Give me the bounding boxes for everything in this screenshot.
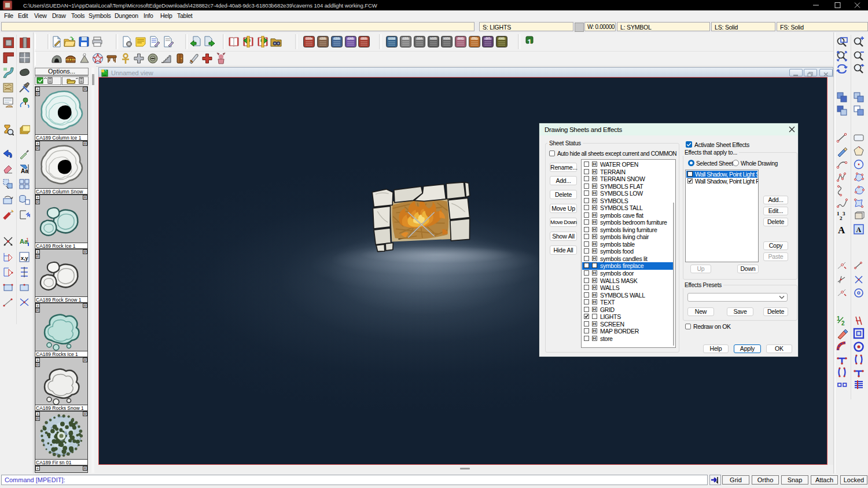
svg-text:1: 1 [527,38,531,46]
svg-text:DD3: DD3 [361,37,366,40]
svg-text:Aa: Aa [21,168,28,174]
svg-text:CD3: CD3 [403,37,408,40]
svg-text:A: A [856,226,862,234]
svg-text:CD3+: CD3+ [306,37,312,40]
svg-text:1: 1 [26,237,29,243]
svg-text:COS3: COS3 [388,37,396,40]
svg-text:NS56: NS56 [443,37,450,40]
svg-text:TTC: TTC [472,37,477,40]
svg-text:CD3: CD3 [334,37,339,40]
svg-text:DIT: DIT [486,37,490,40]
svg-text:CA3: CA3 [348,37,354,40]
svg-text:SHC: SHC [458,37,464,40]
svg-text:KM2: KM2 [499,37,505,40]
svg-text:A: A [838,225,845,235]
svg-text:x,y: x,y [21,255,28,261]
svg-text:NS55: NS55 [430,37,437,40]
svg-text:SS4: SS4 [417,37,422,40]
svg-text:CD3: CD3 [320,37,325,40]
svg-text:3: 3 [843,211,845,217]
svg-text:2: 2 [841,320,845,326]
